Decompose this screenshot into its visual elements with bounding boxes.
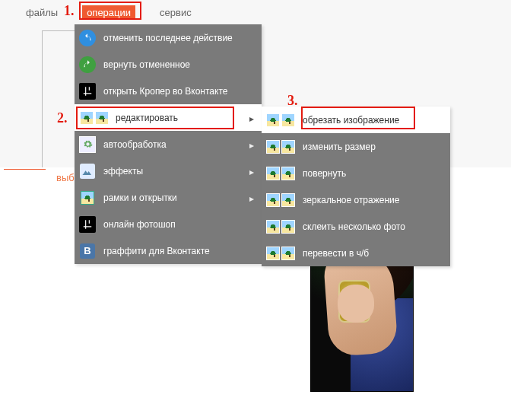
submenu-item-resize[interactable]: изменить размер xyxy=(262,133,450,160)
crop-icon xyxy=(79,216,96,233)
menu-item-label: повернуть xyxy=(303,168,346,179)
submenu-item-crop[interactable]: обрезать изображение xyxy=(262,107,450,133)
thumb-icon xyxy=(266,167,297,180)
menu-item-undo[interactable]: отменить последнее действие xyxy=(75,24,262,51)
menu-item-label: граффити для Вконтакте xyxy=(103,246,210,256)
menu-item-label: обрезать изображение xyxy=(303,115,399,126)
vk-icon: B xyxy=(79,243,96,259)
menu-item-label: зеркальное отражение xyxy=(303,195,399,205)
annotation-step-1: 1. xyxy=(64,3,75,19)
thumb-icon xyxy=(266,247,297,260)
redo-icon xyxy=(79,56,96,73)
menu-item-label: отменить последнее действие xyxy=(103,33,233,43)
annotation-step-2: 2. xyxy=(57,110,68,126)
menu-bar: файлы операции сервис xyxy=(21,5,196,20)
submenu-item-grayscale[interactable]: перевести в ч/б xyxy=(262,240,450,266)
select-source-text: выб xyxy=(56,172,75,183)
thumb-icon xyxy=(266,220,297,234)
submenu-item-rotate[interactable]: повернуть xyxy=(262,160,450,186)
menu-item-photoshop[interactable]: онлайн фотошоп xyxy=(75,211,262,237)
submenu-arrow-icon: ▸ xyxy=(249,113,254,124)
menu-item-label: вернуть отмененное xyxy=(103,59,190,70)
menu-item-label: рамки и открытки xyxy=(103,192,177,203)
svg-rect-0 xyxy=(80,164,95,179)
edit-thumb-icon xyxy=(79,110,110,126)
menu-item-frames[interactable]: рамки и открытки ▸ xyxy=(75,184,262,211)
menu-item-redo[interactable]: вернуть отмененное xyxy=(75,51,262,78)
submenu-arrow-icon: ▸ xyxy=(249,140,254,151)
menu-item-label: изменить размер xyxy=(303,142,376,152)
gear-icon xyxy=(79,136,96,153)
crop-icon xyxy=(79,83,96,100)
menu-item-label: склеить несколько фото xyxy=(303,221,405,232)
menu-item-edit[interactable]: редактировать ▸ xyxy=(75,104,262,131)
effects-icon xyxy=(79,163,96,180)
submenu-arrow-icon: ▸ xyxy=(249,193,254,204)
submenu-item-mirror[interactable]: зеркальное отражение xyxy=(262,186,450,213)
menu-item-label: редактировать xyxy=(116,113,178,123)
menu-item-label: эффекты xyxy=(103,166,143,177)
submenu-arrow-icon: ▸ xyxy=(249,167,254,177)
menu-item-label: автообработка xyxy=(103,139,167,150)
menu-item-label: перевести в ч/б xyxy=(303,248,369,259)
menu-item-open-cropper[interactable]: открыть Кропер во Вконтакте xyxy=(75,78,262,104)
menu-files[interactable]: файлы xyxy=(21,5,62,20)
menu-item-auto[interactable]: автообработка ▸ xyxy=(75,131,262,158)
menu-operations-dropdown: отменить последнее действие вернуть отме… xyxy=(75,24,262,264)
menu-item-label: онлайн фотошоп xyxy=(103,219,176,230)
thumb-icon xyxy=(266,113,297,127)
undo-icon xyxy=(79,30,96,46)
menu-edit-submenu: обрезать изображение изменить размер пов… xyxy=(262,107,450,266)
frames-icon xyxy=(79,189,96,206)
menu-item-effects[interactable]: эффекты ▸ xyxy=(75,158,262,184)
annotation-step-3: 3. xyxy=(287,93,298,109)
thumb-icon xyxy=(266,193,297,207)
menu-service[interactable]: сервис xyxy=(155,5,196,20)
menu-operations[interactable]: операции xyxy=(82,5,135,20)
submenu-item-merge[interactable]: склеить несколько фото xyxy=(262,213,450,240)
menu-item-graffiti[interactable]: B граффити для Вконтакте xyxy=(75,237,262,264)
menu-item-label: открыть Кропер во Вконтакте xyxy=(103,86,227,97)
thumb-icon xyxy=(266,140,297,154)
